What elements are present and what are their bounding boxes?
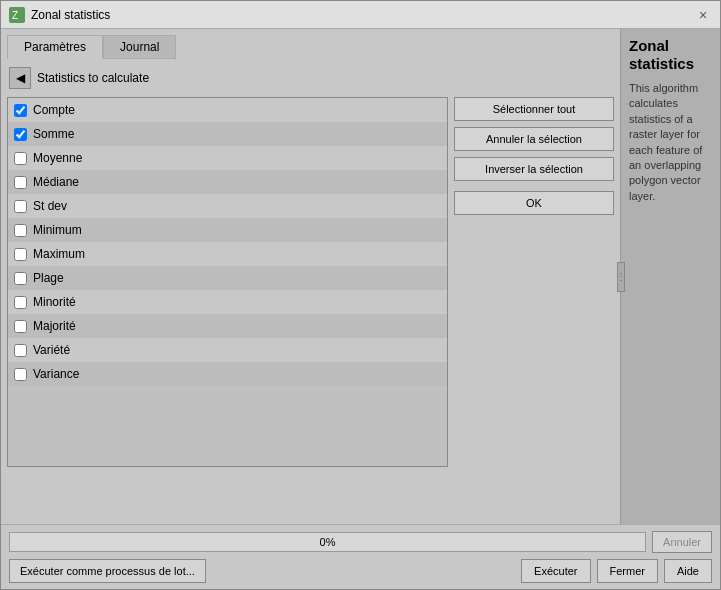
checkbox-label-variance: Variance xyxy=(33,367,79,381)
checkbox-item-minimum: Minimum xyxy=(8,218,447,242)
action-buttons: Sélectionner tout Annuler la sélection I… xyxy=(454,97,614,518)
checkbox-item-somme: Somme xyxy=(8,122,447,146)
checkbox-label-majorite: Majorité xyxy=(33,319,76,333)
checkbox-item-majorite: Majorité xyxy=(8,314,447,338)
checkbox-label-plage: Plage xyxy=(33,271,64,285)
window-title: Zonal statistics xyxy=(31,8,110,22)
right-panel: Zonal statistics This algorithm calculat… xyxy=(620,29,720,524)
tab-journal[interactable]: Journal xyxy=(103,35,176,59)
title-bar: Z Zonal statistics × xyxy=(1,1,720,29)
execute-batch-button[interactable]: Exécuter comme processus de lot... xyxy=(9,559,206,583)
tab-parametres[interactable]: Paramètres xyxy=(7,35,103,59)
checkbox-item-maximum: Maximum xyxy=(8,242,447,266)
checkbox-moyenne[interactable] xyxy=(14,152,27,165)
left-panel: Paramètres Journal ◀ Statistics to calcu… xyxy=(1,29,620,524)
content-area: CompteSommeMoyenneMédianeSt devMinimumMa… xyxy=(7,97,614,518)
cancel-button[interactable]: Annuler xyxy=(652,531,712,553)
checkbox-plage[interactable] xyxy=(14,272,27,285)
checkbox-item-variete: Variété xyxy=(8,338,447,362)
checkbox-item-variance: Variance xyxy=(8,362,447,386)
checkbox-label-st_dev: St dev xyxy=(33,199,67,213)
footer-row: Exécuter comme processus de lot... Exécu… xyxy=(9,559,712,583)
checkbox-item-minorite: Minorité xyxy=(8,290,447,314)
checkbox-item-compte: Compte xyxy=(8,98,447,122)
checkbox-compte[interactable] xyxy=(14,104,27,117)
checkbox-label-somme: Somme xyxy=(33,127,74,141)
back-button[interactable]: ◀ xyxy=(9,67,31,89)
right-panel-title: Zonal statistics xyxy=(629,37,712,73)
checkbox-item-moyenne: Moyenne xyxy=(8,146,447,170)
checkbox-item-plage: Plage xyxy=(8,266,447,290)
checkbox-variance[interactable] xyxy=(14,368,27,381)
svg-text:Z: Z xyxy=(12,10,18,21)
section-header: ◀ Statistics to calculate xyxy=(7,63,614,93)
checkbox-item-mediane: Médiane xyxy=(8,170,447,194)
ok-button[interactable]: OK xyxy=(454,191,614,215)
checkbox-minorite[interactable] xyxy=(14,296,27,309)
help-button[interactable]: Aide xyxy=(664,559,712,583)
close-button[interactable]: × xyxy=(694,6,712,24)
footer-right: Exécuter Fermer Aide xyxy=(521,559,712,583)
resize-handle[interactable] xyxy=(617,262,625,292)
checkbox-label-maximum: Maximum xyxy=(33,247,85,261)
close-footer-button[interactable]: Fermer xyxy=(597,559,658,583)
title-bar-left: Z Zonal statistics xyxy=(9,7,110,23)
checkbox-somme[interactable] xyxy=(14,128,27,141)
checkbox-mediane[interactable] xyxy=(14,176,27,189)
checkbox-list: CompteSommeMoyenneMédianeSt devMinimumMa… xyxy=(7,97,448,467)
tab-bar: Paramètres Journal xyxy=(7,35,614,59)
invert-selection-button[interactable]: Inverser la sélection xyxy=(454,157,614,181)
checkbox-maximum[interactable] xyxy=(14,248,27,261)
cancel-selection-button[interactable]: Annuler la sélection xyxy=(454,127,614,151)
checkbox-minimum[interactable] xyxy=(14,224,27,237)
window-icon: Z xyxy=(9,7,25,23)
checkbox-st_dev[interactable] xyxy=(14,200,27,213)
right-panel-description: This algorithm calculates statistics of … xyxy=(629,81,712,204)
checkbox-label-variete: Variété xyxy=(33,343,70,357)
checkbox-majorite[interactable] xyxy=(14,320,27,333)
checkbox-item-st_dev: St dev xyxy=(8,194,447,218)
checkbox-label-moyenne: Moyenne xyxy=(33,151,82,165)
checkbox-variete[interactable] xyxy=(14,344,27,357)
checkbox-label-minimum: Minimum xyxy=(33,223,82,237)
execute-button[interactable]: Exécuter xyxy=(521,559,590,583)
progress-bar-container: 0% xyxy=(9,532,646,552)
main-content: Paramètres Journal ◀ Statistics to calcu… xyxy=(1,29,720,524)
zonal-statistics-window: Z Zonal statistics × Paramètres Journal xyxy=(0,0,721,590)
section-title: Statistics to calculate xyxy=(37,71,149,85)
bottom-bar: 0% Annuler Exécuter comme processus de l… xyxy=(1,524,720,589)
checkbox-label-compte: Compte xyxy=(33,103,75,117)
checkbox-label-minorite: Minorité xyxy=(33,295,76,309)
progress-row: 0% Annuler xyxy=(9,531,712,553)
progress-text: 0% xyxy=(320,536,336,548)
select-all-button[interactable]: Sélectionner tout xyxy=(454,97,614,121)
panel-content: ◀ Statistics to calculate CompteSommeMoy… xyxy=(7,63,614,518)
checkbox-label-mediane: Médiane xyxy=(33,175,79,189)
